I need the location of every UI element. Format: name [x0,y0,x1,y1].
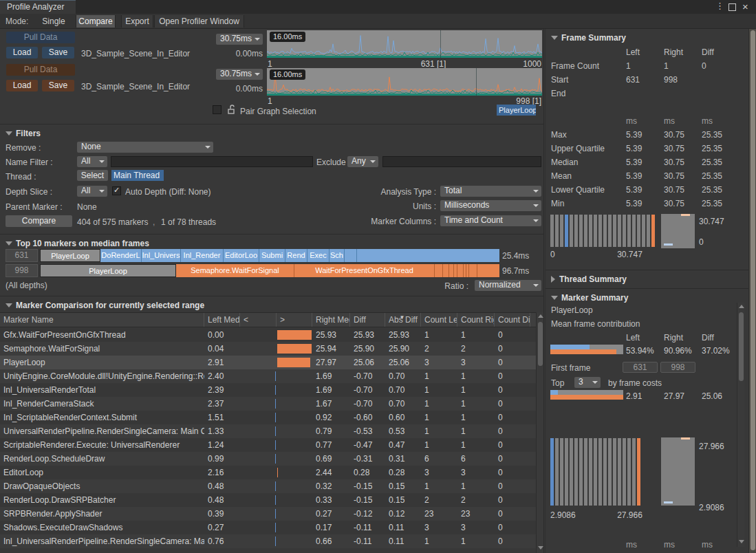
exclude-names-input[interactable] [382,156,541,167]
units-dropdown[interactable]: Milliseconds [440,200,541,211]
marker-row[interactable]: DrawOpaqueObjects0.480.32-0.150.15110 [0,479,536,493]
frame-time-graph-right[interactable] [267,68,542,96]
pull-data-button-right[interactable]: Pull Data [6,64,75,76]
selected-marker-chip[interactable]: PlayerLoop [497,105,536,116]
marker-row[interactable]: SRPBRender.ApplyShader0.390.27-0.120.122… [0,507,536,521]
column-header-lt[interactable]: < [240,313,277,327]
filters-section-header[interactable]: Filters [6,129,41,138]
range-dropdown-right[interactable]: 30.75ms [216,69,263,80]
top10-section-header[interactable]: Top 10 markers on median frames [6,239,149,248]
marker-row[interactable]: Semaphore.WaitForSignal0.0425.9425.9025.… [0,342,536,356]
top10-segment[interactable] [443,264,449,277]
marker-row[interactable]: UnityEngine.CoreModule.dll!UnityEngine.R… [0,369,536,383]
save-button-right[interactable]: Save [42,80,74,91]
top10-segment-inl-render[interactable]: Inl_Render [181,249,224,262]
first-frame-left-button[interactable]: 631 [623,362,658,373]
marker-row[interactable]: RenderLoop.DrawSRPBatcher0.480.33-0.150.… [0,493,536,507]
thread-summary-header[interactable]: Thread Summary [551,274,627,284]
mode-single-button[interactable]: Single [33,15,74,28]
maximize-icon[interactable] [728,3,736,11]
top10-segment-playerloop[interactable]: PlayerLoop [40,249,100,262]
open-profiler-window-button[interactable]: Open Profiler Window [154,15,244,28]
column-header-gt[interactable]: > [277,313,312,327]
marker-row[interactable]: Gfx.WaitForPresentOnGfxThread0.0025.9325… [0,328,536,342]
export-button[interactable]: Export [121,15,153,28]
load-button-right[interactable]: Load [6,80,38,91]
auto-depth-checkbox[interactable] [112,186,121,195]
top10-segment-submi[interactable]: Submi [259,249,285,262]
frame-summary-boxplot[interactable] [661,214,695,248]
name-filter-input[interactable] [111,156,313,167]
top-n-dropdown[interactable]: 3 [574,377,601,388]
top10-segment[interactable] [435,264,443,277]
frame-summary-histogram[interactable] [550,215,656,247]
top10-segment[interactable] [345,249,357,262]
right-panel-scrollbar[interactable] [748,29,756,553]
column-header-countD[interactable]: Count Diff [495,313,530,327]
frame-summary-header[interactable]: Frame Summary [551,33,626,43]
frame-button-631[interactable]: 631 [6,249,38,262]
marker-row[interactable]: Shadows.ExecuteDrawShadows0.270.17-0.110… [0,521,536,534]
marker-summary-boxplot[interactable] [661,437,695,506]
column-header-countL[interactable]: Count Left [421,313,457,327]
top10-bar-left[interactable]: PlayerLoopDoRenderLInl_UniversInl_Render… [40,249,499,262]
range-dropdown-left[interactable]: 30.75ms [216,34,263,45]
marker-row[interactable]: PlayerLoop2.9127.9725.0625.06330 [0,356,536,369]
thread-select-button[interactable]: Select [77,170,108,181]
column-header-diff[interactable]: Diff [350,313,385,327]
marker-summary-scrollbar[interactable] [737,303,744,547]
top10-segment[interactable] [449,264,454,277]
top10-bar-right[interactable]: PlayerLoopSemaphore.WaitForSignalWaitFor… [40,264,499,277]
marker-row[interactable]: Inl_UniversalRenderTotal2.391.69-0.700.7… [0,383,536,397]
ratio-dropdown[interactable]: Normalized [475,280,541,291]
unlock-icon[interactable] [226,105,236,114]
name-filter-mode-dropdown[interactable]: All [77,156,107,167]
cell-right: 1.69 [312,369,350,383]
compare-button[interactable]: Compare [6,215,72,227]
thread-value-chip[interactable]: Main Thread [111,170,164,181]
column-header-abs[interactable]: Abs Diff▼ [385,313,421,327]
comparison-scrollbar[interactable] [536,312,543,553]
kebab-menu-icon[interactable]: ⋮ [715,1,724,11]
pull-data-button-left[interactable]: Pull Data [6,32,75,43]
mode-compare-button[interactable]: Compare [76,15,116,28]
marker-row[interactable]: Inl_RenderCameraStack2.371.67-0.700.7011… [0,397,536,411]
comparison-section-header[interactable]: Marker Comparison for currently selected… [6,301,204,310]
top10-segment-waitforpresentongfxthread[interactable]: WaitForPresentOnGfxThread [294,264,435,277]
frame-time-graph-left[interactable] [267,30,542,58]
load-button-left[interactable]: Load [6,47,38,58]
close-icon[interactable]: × [742,1,748,12]
marker-row[interactable]: Inl_ScriptableRenderContext.Submit1.510.… [0,411,536,424]
save-button-left[interactable]: Save [42,47,74,58]
marker-row[interactable]: EditorLoop2.162.440.280.28330 [0,466,536,479]
top10-segment-rend[interactable]: Rend [285,249,307,262]
remove-dropdown[interactable]: None [77,142,213,153]
marker-columns-dropdown[interactable]: Time and Count [440,215,541,226]
column-header-name[interactable]: Marker Name [0,313,204,327]
frame-button-998[interactable]: 998 [6,264,38,277]
top10-segment-editorloo[interactable]: EditorLoo [224,249,259,262]
top10-segment-dorenderl[interactable]: DoRenderL [100,249,142,262]
depth-slice-dropdown[interactable]: All [77,186,107,197]
marker-summary-header[interactable]: Marker Summary [551,293,628,303]
marker-summary-histogram[interactable] [550,438,656,506]
top10-segment[interactable] [457,264,464,277]
top10-segment-sch[interactable]: Sch [330,249,345,262]
marker-row[interactable]: UniversalRenderPipeline.RenderSingleCame… [0,424,536,438]
exclude-mode-dropdown[interactable]: Any [347,156,378,167]
tab-profile-analyzer[interactable]: Profile Analyzer [0,0,76,14]
top10-segment-inl-univers[interactable]: Inl_Univers [142,249,181,262]
column-header-countR[interactable]: Count Right [457,313,495,327]
top10-segment-semaphore-waitforsignal[interactable]: Semaphore.WaitForSignal [176,264,294,277]
analysis-type-dropdown[interactable]: Total [440,186,541,197]
top10-segment-exec[interactable]: Exec [307,249,330,262]
top10-segment-playerloop[interactable]: PlayerLoop [40,264,176,277]
marker-row[interactable]: RenderLoop.ScheduleDraw0.990.69-0.310.31… [0,452,536,466]
column-header-left[interactable]: Left Median [204,313,240,327]
marker-row[interactable]: Inl_UniversalRenderPipeline.RenderSingle… [0,534,536,548]
first-frame-right-button[interactable]: 998 [660,362,695,373]
pair-graph-selection-checkbox[interactable] [213,105,222,114]
marker-row[interactable]: ScriptableRenderer.Execute: UniversalRen… [0,438,536,452]
column-header-right[interactable]: Right Median [312,313,350,327]
top10-segment[interactable] [469,264,477,277]
